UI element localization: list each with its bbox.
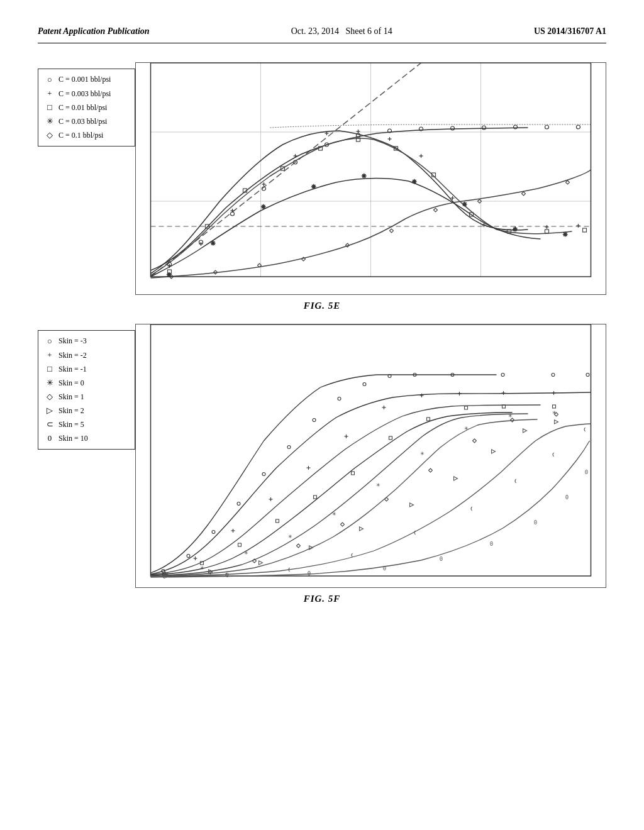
publication-title: Patent Application Publication (38, 25, 150, 38)
legend-5f-text-5: Skin = 1 (58, 390, 84, 403)
svg-text:✳: ✳ (462, 201, 467, 208)
svg-point-86 (237, 502, 240, 505)
svg-point-17 (451, 126, 455, 130)
svg-rect-122 (238, 543, 242, 546)
chart-5e: ✳ ✳ ✳ ✳ ✳ ✳ ✳ ✳ ✳ (135, 62, 606, 295)
symbol-square-5f: □ (45, 362, 55, 376)
legend-5f-text-1: Skin = -3 (58, 335, 87, 347)
svg-point-19 (514, 125, 518, 129)
svg-marker-158 (492, 450, 496, 453)
chart-5f: ✳ ✳ ✳ ✳ ✳ ✳ ✳ ✳ ✳ ✳ (135, 324, 606, 588)
legend-item-5: ◇ C = 0.1 bbl/psi (45, 128, 128, 142)
svg-marker-156 (410, 503, 414, 507)
svg-text:0: 0 (163, 573, 166, 580)
svg-text:✳: ✳ (412, 179, 417, 185)
symbol-plus-5f: + (45, 348, 55, 362)
sheet-label: Sheet 6 of 14 (345, 26, 392, 36)
legend-item-1: ○ C = 0.001 bbl/psi (45, 73, 128, 87)
legend-item-4: ✳ C = 0.03 bbl/psi (45, 114, 128, 128)
legend-5f-text-7: Skin = 5 (58, 418, 84, 431)
legend-5f-text-3: Skin = -1 (58, 363, 87, 375)
legend-5e: ○ C = 0.001 bbl/psi + C = 0.003 bbl/psi … (38, 69, 135, 147)
legend-text-4: C = 0.03 bbl/psi (58, 115, 107, 128)
main-content: ○ C = 0.001 bbl/psi + C = 0.003 bbl/psi … (38, 62, 606, 604)
legend-item-3: □ C = 0.01 bbl/psi (45, 101, 128, 114)
legend-5f-item-4: ✳ Skin = 0 (45, 376, 128, 390)
legend-5f-item-6: ▷ Skin = 2 (45, 404, 128, 418)
legend-5f-item-3: □ Skin = -1 (45, 362, 128, 376)
symbol-circle-5f: ○ (45, 335, 55, 348)
svg-text:✳: ✳ (200, 565, 204, 571)
svg-marker-80 (566, 180, 570, 184)
symbol-circle: ○ (45, 73, 55, 87)
svg-text:0: 0 (565, 494, 569, 501)
legend-5f-text-4: Skin = 0 (58, 377, 84, 389)
legend-text-5: C = 0.1 bbl/psi (58, 129, 103, 141)
svg-marker-145 (341, 523, 345, 526)
svg-text:0: 0 (534, 519, 537, 526)
symbol-zero-5f: 0 (45, 431, 55, 445)
svg-point-20 (545, 125, 549, 129)
svg-marker-79 (522, 192, 526, 196)
legend-5f-item-5: ◇ Skin = 1 (45, 390, 128, 404)
svg-rect-60 (545, 230, 549, 233)
svg-marker-76 (390, 229, 394, 233)
svg-point-97 (586, 373, 589, 376)
svg-point-88 (287, 445, 291, 448)
svg-marker-157 (454, 477, 458, 480)
svg-text:0: 0 (585, 469, 588, 475)
symbol-square: □ (45, 101, 55, 114)
symbol-asterisk-5f: ✳ (45, 376, 55, 390)
patent-number: US 2014/316707 A1 (534, 25, 606, 38)
svg-text:✳: ✳ (362, 173, 367, 179)
page-header: Patent Application Publication Oct. 23, … (38, 25, 606, 43)
svg-point-90 (338, 397, 341, 400)
svg-text:✳: ✳ (288, 534, 292, 540)
svg-rect-126 (389, 436, 392, 440)
symbol-triangle-5f: ▷ (45, 404, 55, 418)
svg-text:✳: ✳ (244, 550, 248, 556)
svg-point-21 (577, 125, 580, 129)
svg-point-85 (212, 530, 215, 533)
symbol-plus: + (45, 87, 55, 101)
svg-rect-128 (465, 406, 468, 409)
page: Patent Application Publication Oct. 23, … (0, 0, 644, 830)
figure-5f-container: ○ Skin = -3 + Skin = -2 □ Skin = -1 ✳ Sk… (38, 324, 606, 604)
svg-marker-77 (434, 208, 438, 212)
legend-5f-item-2: + Skin = -2 (45, 348, 128, 362)
figure-5e-container: ○ C = 0.001 bbl/psi + C = 0.003 bbl/psi … (38, 62, 606, 311)
legend-text-3: C = 0.01 bbl/psi (58, 101, 107, 114)
svg-marker-160 (555, 420, 558, 424)
legend-text-1: C = 0.001 bbl/psi (58, 73, 111, 86)
svg-text:✳: ✳ (376, 482, 380, 488)
svg-text:0: 0 (383, 565, 386, 572)
svg-rect-127 (427, 418, 430, 421)
svg-text:0: 0 (490, 541, 493, 547)
legend-5f: ○ Skin = -3 + Skin = -2 □ Skin = -1 ✳ Sk… (38, 330, 135, 450)
svg-text:0: 0 (308, 570, 311, 577)
svg-marker-153 (259, 561, 263, 565)
legend-5f-item-1: ○ Skin = -3 (45, 335, 128, 348)
svg-text:✳: ✳ (420, 451, 425, 456)
svg-text:0: 0 (226, 572, 229, 578)
svg-point-96 (552, 373, 555, 376)
figure-5e-label: FIG. 5E (304, 301, 341, 311)
svg-point-18 (482, 126, 486, 130)
figure-5f-wrapper: ○ Skin = -3 + Skin = -2 □ Skin = -1 ✳ Sk… (38, 324, 606, 588)
date-label: Oct. 23, 2014 (291, 26, 339, 36)
legend-5f-item-7: ⊂ Skin = 5 (45, 418, 128, 431)
legend-item-2: + C = 0.003 bbl/psi (45, 87, 128, 101)
svg-point-91 (363, 382, 366, 385)
svg-point-89 (313, 418, 316, 421)
svg-text:✳: ✳ (261, 204, 266, 210)
symbol-asterisk: ✳ (45, 114, 55, 128)
svg-point-95 (501, 373, 504, 376)
date-sheet: Oct. 23, 2014 Sheet 6 of 14 (291, 25, 392, 38)
legend-5f-text-2: Skin = -2 (58, 349, 87, 362)
svg-text:✳: ✳ (211, 240, 216, 246)
svg-point-87 (262, 472, 265, 475)
figure-5f-label: FIG. 5F (304, 594, 341, 604)
svg-point-84 (187, 554, 190, 557)
svg-marker-147 (429, 468, 433, 472)
svg-marker-148 (473, 439, 477, 443)
